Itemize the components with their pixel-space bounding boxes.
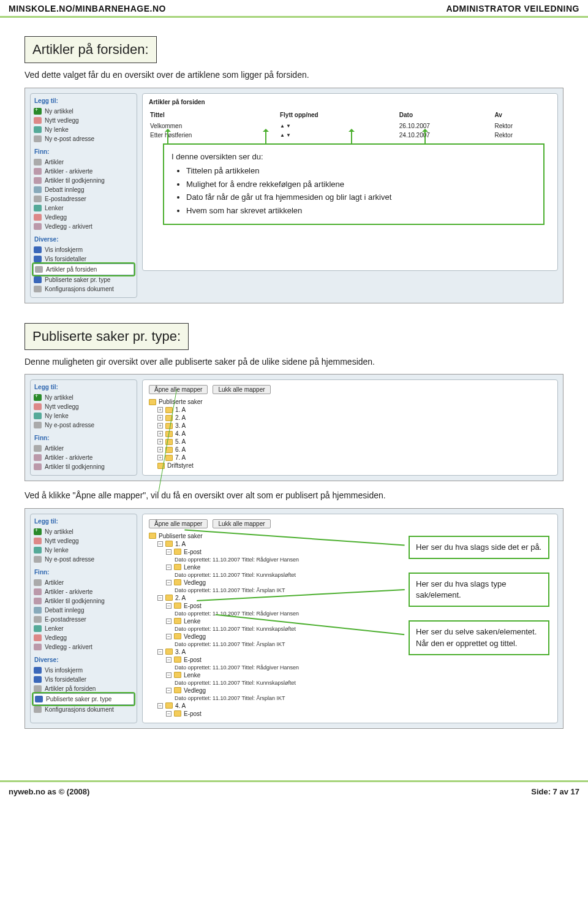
sidebar-item-artikler[interactable]: Artikler (33, 158, 134, 167)
sidebar-item-vedlegg[interactable]: Vedlegg (33, 213, 134, 222)
collapse-icon[interactable]: − (166, 565, 172, 570)
tree-item[interactable]: +5. A (149, 438, 551, 446)
tree-item[interactable]: +6. A (149, 446, 551, 454)
label: E-post (184, 549, 202, 555)
collapse-icon[interactable]: − (157, 703, 163, 709)
collapse-icon[interactable]: − (157, 541, 163, 547)
sidebar-item-nytt-vedlegg[interactable]: Nytt vedlegg (33, 116, 134, 125)
sidebar-item-infoskjerm[interactable]: Vis infoskjerm (33, 666, 134, 675)
sidebar-item-vedlegg-arkivert[interactable]: Vedlegg - arkivert (33, 222, 134, 231)
sidebar-item-nytt-vedlegg[interactable]: Nytt vedlegg (33, 536, 134, 546)
label: Ny lenke (45, 413, 69, 419)
sidebar-item-artikler-arkiverte[interactable]: Artikler - arkiverte (33, 587, 134, 596)
sidebar-item-ny-epost[interactable]: Ny e-post adresse (33, 420, 134, 430)
sidebar-item-artikler-godkjenning[interactable]: Artikler til godkjenning (33, 462, 134, 471)
open-all-button[interactable]: Åpne alle mapper (149, 519, 208, 528)
tree-item[interactable]: +3. A (149, 422, 551, 430)
sidebar-item-epost[interactable]: E-postadresser (33, 615, 134, 624)
tree-root[interactable]: Publiserte saker (149, 398, 551, 406)
sidebar-item-artikler-forsiden[interactable]: Artikler på forsiden (33, 264, 134, 275)
collapse-icon[interactable]: − (166, 711, 172, 717)
close-all-button[interactable]: Lukk alle mapper (213, 385, 270, 394)
collapse-icon[interactable]: − (166, 580, 172, 585)
collapse-icon[interactable]: − (157, 649, 163, 655)
sidebar-item-debatt[interactable]: Debatt innlegg (33, 606, 134, 615)
sidebar-item-forsidetaller[interactable]: Vis forsidetaller (33, 254, 134, 264)
sidebar-item-artikler-arkiverte[interactable]: Artikler - arkiverte (33, 167, 134, 176)
link-icon (34, 126, 42, 133)
expand-icon[interactable]: + (157, 439, 163, 444)
expand-icon[interactable]: + (157, 407, 163, 413)
expand-icon[interactable]: + (157, 455, 163, 460)
sidebar-item-ny-lenke[interactable]: Ny lenke (33, 546, 134, 555)
tree-item[interactable]: +4. A (149, 430, 551, 438)
expand-icon[interactable]: + (157, 431, 163, 436)
collapse-icon[interactable]: − (166, 688, 172, 693)
collapse-icon[interactable]: − (166, 672, 172, 678)
sidebar-item-nytt-vedlegg[interactable]: Nytt vedlegg (33, 402, 134, 411)
sidebar-item-debatt[interactable]: Debatt innlegg (33, 185, 134, 194)
expand-icon[interactable]: + (157, 415, 163, 420)
sidebar-item-ny-artikkel[interactable]: Ny artikkel (33, 107, 134, 116)
expand-icon[interactable]: + (157, 447, 163, 452)
sidebar-item-ny-artikkel[interactable]: Ny artikkel (33, 393, 134, 402)
expand-icon[interactable]: + (157, 423, 163, 428)
tree-item[interactable]: Driftstyret (149, 462, 551, 470)
sidebar-item-epost[interactable]: E-postadresser (33, 194, 134, 204)
close-all-button[interactable]: Lukk alle mapper (213, 519, 270, 528)
footer-left: nyweb.no as © (2008) (9, 787, 89, 796)
label: Dato opprettet: 11.10.2007 Tittel: Rådgi… (175, 557, 299, 563)
sidebar-item-ny-epost[interactable]: Ny e-post adresse (33, 555, 134, 564)
label: Vis infoskjerm (45, 246, 83, 253)
tree-item[interactable]: +2. A (149, 414, 551, 422)
cell-move[interactable]: ▲ ▼ (280, 131, 398, 139)
tree-item[interactable]: −Vedlegg (149, 687, 551, 694)
collapse-icon[interactable]: − (157, 595, 163, 601)
sidebar-item-forsidetaller[interactable]: Vis forsidetaller (33, 675, 134, 684)
tree-item[interactable]: −Lenke (149, 671, 551, 679)
sidebar-item-vedlegg[interactable]: Vedlegg (33, 633, 134, 642)
sidebar-item-konfig[interactable]: Konfigurasjons dokument (33, 705, 134, 714)
sidebar-item-artikler-godkjenning[interactable]: Artikler til godkjenning (33, 596, 134, 606)
label: Konfigurasjons dokument (45, 706, 114, 713)
tree-item[interactable]: −E-post (149, 656, 551, 664)
tree-leaf[interactable]: Dato opprettet: 11.10.2007 Tittel: Årspl… (149, 694, 551, 702)
folder-icon (165, 649, 173, 655)
label: Dato opprettet: 11.10.2007 Tittel: Kunns… (175, 680, 296, 686)
open-all-button[interactable]: Åpne alle mapper (149, 385, 208, 394)
sidebar-item-publiserte[interactable]: Publiserte saker pr. type (33, 275, 134, 284)
tree-item[interactable]: +1. A (149, 406, 551, 414)
tree-leaf[interactable]: Dato opprettet: 11.10.2007 Tittel: Kunns… (149, 679, 551, 687)
sidebar-item-infoskjerm[interactable]: Vis infoskjerm (33, 245, 134, 254)
note-1: Her ser du hva slags side det er på. (409, 536, 549, 559)
tree-leaf[interactable]: Dato opprettet: 11.10.2007 Tittel: Rådgi… (149, 664, 551, 671)
collapse-icon[interactable]: − (166, 549, 172, 555)
sidebar-item-lenker[interactable]: Lenker (33, 204, 134, 213)
sidebar-item-publiserte[interactable]: Publiserte saker pr. type (33, 693, 134, 705)
sidebar-item-vedlegg-arkivert[interactable]: Vedlegg - arkivert (33, 642, 134, 652)
label: 3. A (175, 422, 186, 429)
tree-item[interactable]: −E-post (149, 710, 551, 718)
collapse-icon[interactable]: − (166, 618, 172, 624)
collapse-icon[interactable]: − (166, 634, 172, 639)
label: Artikler (45, 579, 64, 586)
sidebar-item-artikler-arkiverte[interactable]: Artikler - arkiverte (33, 453, 134, 462)
sidebar-item-ny-lenke[interactable]: Ny lenke (33, 411, 134, 420)
sidebar-item-artikler-godkjenning[interactable]: Artikler til godkjenning (33, 176, 134, 185)
collapse-icon[interactable]: − (166, 603, 172, 609)
tree-item[interactable]: +7. A (149, 454, 551, 462)
label: Vedlegg (45, 634, 67, 641)
sidebar-item-konfig[interactable]: Konfigurasjons dokument (33, 284, 134, 294)
sidebar-item-ny-epost[interactable]: Ny e-post adresse (33, 134, 134, 143)
sidebar-item-artikler-forsiden[interactable]: Artikler på forsiden (33, 684, 134, 693)
sidebar-item-ny-artikkel[interactable]: Ny artikkel (33, 527, 134, 536)
sidebar-item-lenker[interactable]: Lenker (33, 624, 134, 633)
cell-move[interactable]: ▲ ▼ (280, 122, 398, 130)
sidebar-item-artikler[interactable]: Artikler (33, 578, 134, 587)
sidebar-item-artikler[interactable]: Artikler (33, 444, 134, 453)
table-row[interactable]: Etter høstferien ▲ ▼ 24.10.2007 Rektor (150, 131, 550, 139)
sidebar-item-ny-lenke[interactable]: Ny lenke (33, 125, 134, 134)
collapse-icon[interactable]: − (166, 657, 172, 663)
approve-icon (34, 177, 42, 184)
tree-item[interactable]: −4. A (149, 702, 551, 710)
